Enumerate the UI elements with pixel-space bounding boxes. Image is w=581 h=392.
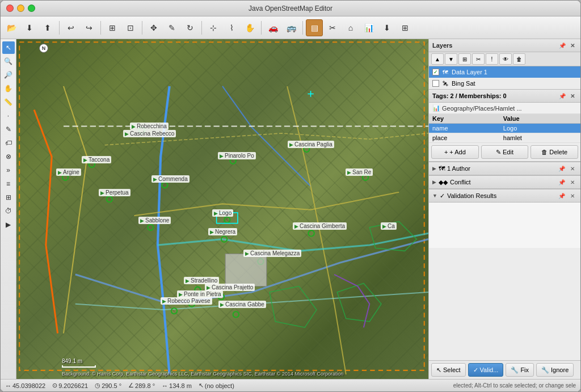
chart-button[interactable]: 📊 xyxy=(360,19,377,36)
layer-item-bing-sat[interactable]: 🛰 Bing Sat xyxy=(429,78,580,89)
validation-pin-icon[interactable]: 📌 xyxy=(557,191,566,200)
layer-checkbox-2[interactable] xyxy=(432,80,439,87)
expand-button[interactable]: » xyxy=(2,164,15,176)
zoom-in-button[interactable]: 🔍 xyxy=(2,55,15,68)
undo-button[interactable]: ↩ xyxy=(62,19,79,36)
status-object: ↖ (no object) xyxy=(199,382,234,389)
layer-up-button[interactable]: ▲ xyxy=(431,53,444,65)
map-attribution: Background: © Harris Corp, Earthstar Geo… xyxy=(62,371,428,377)
author-pin-icon[interactable]: 📌 xyxy=(557,164,566,173)
play-button[interactable]: ▶ xyxy=(2,218,15,231)
fix-button[interactable]: 🔧 Fix xyxy=(506,363,534,377)
car-routing-button[interactable]: 🚗 xyxy=(264,19,281,36)
layer-down-button[interactable]: ▼ xyxy=(445,53,457,65)
edit-tag-button[interactable]: ✎ Edit xyxy=(481,145,529,159)
add-tag-button[interactable]: + + Add xyxy=(431,145,479,159)
conflict-header[interactable]: ▶ ◆◆ Conflict 📌 ✕ xyxy=(429,176,580,189)
author-close-icon[interactable]: ✕ xyxy=(568,164,577,173)
svg-rect-22 xyxy=(225,254,267,286)
upload-button[interactable]: ⬆ xyxy=(39,19,56,36)
draw-node-button[interactable]: ✎ xyxy=(163,19,180,36)
download2-button[interactable]: ⬇ xyxy=(378,19,395,36)
map-label-cascina-paglia: ▶Cascina Paglia xyxy=(288,141,334,148)
svg-point-9 xyxy=(224,217,230,222)
download-button[interactable]: ⬇ xyxy=(21,19,38,36)
slope-icon: ∠ xyxy=(128,382,134,389)
svg-point-17 xyxy=(171,308,177,314)
status-lat: ↔ 45.0398022 xyxy=(5,382,45,389)
tag-editor-button[interactable]: 🏷 xyxy=(2,137,15,149)
validation-close-icon[interactable]: ✕ xyxy=(568,191,577,200)
map-label-cascina-rebecco: ▶Cascina Rebecco xyxy=(123,130,176,137)
building-button[interactable]: ⌂ xyxy=(342,19,359,36)
layer-delete-button[interactable]: 🗑 xyxy=(513,53,525,65)
main-window: Java OpenStreetMap Editor 📂 ⬇ ⬆ ↩ ↪ ⊞ ⊡ … xyxy=(0,0,581,392)
lat-value: 45.0398022 xyxy=(12,382,45,389)
svg-point-18 xyxy=(233,311,239,317)
ignore-button[interactable]: 🔧 Ignore xyxy=(536,363,574,377)
status-dist: ↔ 134.8 m xyxy=(162,382,192,389)
layer-item-data-layer-1[interactable]: ✓ 🗺 Data Layer 1 xyxy=(429,66,580,78)
zoom-fit-button[interactable]: ⊞ xyxy=(104,19,121,36)
refresh-button[interactable]: ↻ xyxy=(182,19,199,36)
map-label-ca: ▶Ca xyxy=(381,222,397,230)
close-button[interactable] xyxy=(6,5,14,12)
maximize-button[interactable] xyxy=(28,5,35,12)
grid-button[interactable]: ⊞ xyxy=(397,19,414,36)
author-header[interactable]: ▶ 🗺 1 Author 📌 ✕ xyxy=(429,162,580,175)
minimize-button[interactable] xyxy=(17,5,24,12)
map-label-san-re: ▶San Re xyxy=(346,168,373,176)
pan-button[interactable]: ✋ xyxy=(241,19,258,36)
lat-icon: ↔ xyxy=(5,382,11,389)
lasso-button[interactable]: ⌇ xyxy=(223,19,240,36)
zoom-out-button[interactable]: 🔎 xyxy=(2,69,15,81)
zoom-selection-button[interactable]: ⊡ xyxy=(122,19,139,36)
tags-close-icon[interactable]: ✕ xyxy=(568,91,577,100)
pan-tool-button[interactable]: ✋ xyxy=(2,82,15,95)
move-nodes-button[interactable]: ✥ xyxy=(145,19,162,36)
tag-value-logo: Logo xyxy=(500,124,580,133)
measure-button[interactable]: 📏 xyxy=(2,96,15,108)
tag-row-name[interactable]: name Logo xyxy=(429,124,580,133)
tag-row-place[interactable]: place hamlet xyxy=(429,133,580,143)
layer-info-button[interactable]: ! xyxy=(486,53,498,65)
status-text: elected; Alt-Ctrl to scale selected; or … xyxy=(453,382,576,389)
layers-close-icon[interactable]: ✕ xyxy=(568,41,577,50)
main-content: ↖ 🔍 🔎 ✋ 📏 · ✎ 🏷 ⊗ » ≡ ⊞ ⏱ ▶ xyxy=(1,39,580,379)
add-icon: + xyxy=(444,149,448,155)
active-tool-button[interactable]: ▤ xyxy=(306,19,323,36)
grid-tool-button[interactable]: ⊞ xyxy=(2,191,15,204)
layer-merge-button[interactable]: ⊞ xyxy=(458,53,471,65)
valid-button[interactable]: ✓ Valid... xyxy=(468,363,504,377)
conflict-close-icon[interactable]: ✕ xyxy=(568,178,577,187)
tags-pin-icon[interactable]: 📌 xyxy=(558,91,567,100)
draw-way-button[interactable]: ✎ xyxy=(2,123,15,136)
select-button[interactable]: ↖ Select xyxy=(431,363,466,377)
layers-toolbar: ▲ ▼ ⊞ ✂ ! 👁 🗑 xyxy=(429,52,580,66)
layers-section: Layers 📌 ✕ ▲ ▼ ⊞ ✂ ! 👁 🗑 xyxy=(429,39,580,90)
relation-button[interactable]: ⊗ xyxy=(2,150,15,163)
status-slope: ∠ 289.8 ° xyxy=(128,382,155,389)
scissors-button[interactable]: ✂ xyxy=(324,19,341,36)
lon-icon: ⊙ xyxy=(52,382,57,389)
bus-routing-button[interactable]: 🚌 xyxy=(283,19,300,36)
layers-pin-icon[interactable]: 📌 xyxy=(558,41,567,50)
delete-tag-button[interactable]: 🗑 Delete xyxy=(531,145,578,159)
layer-checkbox-1[interactable]: ✓ xyxy=(432,69,439,75)
map-canvas[interactable]: N 849.1 m ▶Robecchina ▶Cascina Rebecco ▶… xyxy=(16,39,428,379)
history-button[interactable]: ⏱ xyxy=(2,205,15,217)
angle1-value: 290.5 ° xyxy=(102,382,121,389)
layer-cut-button[interactable]: ✂ xyxy=(472,53,485,65)
select-area-button[interactable]: ⊹ xyxy=(205,19,222,36)
redo-button[interactable]: ↪ xyxy=(81,19,98,36)
delete-icon: 🗑 xyxy=(541,149,548,155)
select-tool-button[interactable]: ↖ xyxy=(2,41,15,54)
lon-value: 9.2026621 xyxy=(58,382,88,389)
validation-header[interactable]: ▼ ✓ Validation Results 📌 ✕ xyxy=(429,189,580,203)
layer-eye-button[interactable]: 👁 xyxy=(499,53,512,65)
validation-arrow: ▼ xyxy=(432,193,437,199)
layer-switcher-button[interactable]: ≡ xyxy=(2,178,15,190)
draw-nodes-button[interactable]: · xyxy=(2,109,15,122)
open-file-button[interactable]: 📂 xyxy=(3,19,20,36)
conflict-pin-icon[interactable]: 📌 xyxy=(557,178,566,187)
